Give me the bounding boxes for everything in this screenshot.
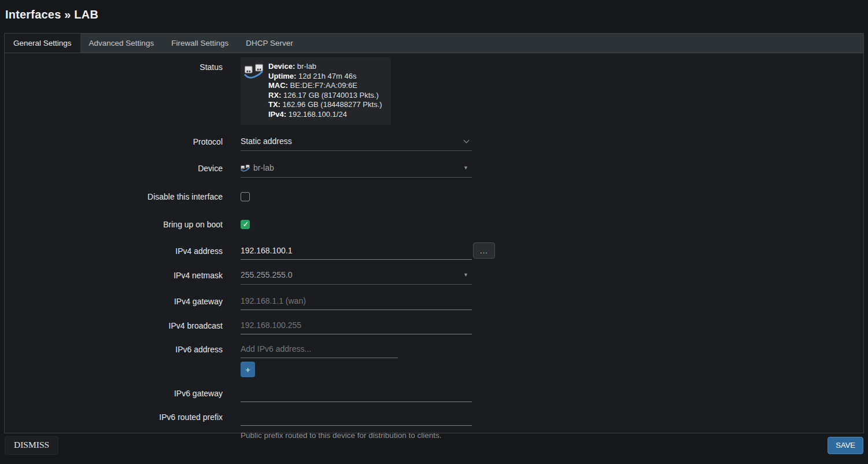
tab-advanced-settings[interactable]: Advanced Settings (80, 34, 163, 53)
status-label: Status (5, 57, 223, 72)
tab-general-settings[interactable]: General Settings (5, 34, 80, 53)
status-line-rx: RX: 126.17 GB (81740013 Pkts.) (268, 91, 382, 101)
protocol-select[interactable]: Static address (241, 134, 472, 151)
tab-firewall-settings[interactable]: Firewall Settings (162, 34, 237, 53)
device-label: Device (5, 161, 223, 174)
interface-edit-dialog: General Settings Advanced Settings Firew… (4, 33, 864, 433)
ipv4-address-input[interactable] (241, 244, 472, 260)
ipv4-address-label: IPv4 address (5, 244, 223, 256)
ipv6-routed-prefix-label: IPv6 routed prefix (5, 410, 223, 422)
ipv6-routed-prefix-description: Public prefix routed to this device for … (241, 426, 472, 440)
ipv4-broadcast-label: IPv4 broadcast (5, 318, 223, 331)
dropdown-triangle-icon: ▼ (463, 165, 468, 171)
disable-interface-label: Disable this interface (5, 191, 223, 202)
status-line-mac: MAC: BE:DE:F7:AA:09:6E (268, 81, 382, 91)
ipv4-netmask-select[interactable]: 255.255.255.0 ▼ (241, 268, 472, 285)
dismiss-button[interactable]: DISMISS (5, 436, 58, 455)
status-line-device: Device: br-lab (268, 62, 382, 72)
ipv6-routed-prefix-input[interactable] (241, 410, 472, 426)
ipv6-address-input[interactable] (241, 342, 398, 358)
bridge-icon (241, 164, 250, 174)
status-line-tx: TX: 162.96 GB (184488277 Pkts.) (268, 100, 382, 110)
more-options-button[interactable]: ... (473, 242, 495, 259)
protocol-selected-value: Static address (241, 137, 464, 146)
tab-dhcp-server[interactable]: DHCP Server (237, 34, 302, 53)
ipv4-netmask-selected-value: 255.255.255.0 (241, 270, 463, 279)
chevron-down-icon (464, 138, 470, 143)
spacer (5, 358, 223, 360)
device-selected-value: br-lab (253, 163, 463, 172)
bring-up-on-boot-checkbox[interactable] (241, 220, 250, 229)
ipv6-address-label: IPv6 address (5, 342, 223, 355)
tab-bar: General Settings Advanced Settings Firew… (5, 34, 863, 53)
save-button[interactable]: SAVE (828, 437, 863, 454)
status-info: Device: br-lab Uptime: 12d 21h 47m 46s M… (268, 62, 382, 119)
ipv6-gateway-label: IPv6 gateway (5, 386, 223, 399)
device-select[interactable]: br-lab ▼ (241, 161, 472, 178)
ipv4-netmask-label: IPv4 netmask (5, 268, 223, 281)
protocol-label: Protocol (5, 134, 223, 147)
ipv6-gateway-input[interactable] (241, 386, 472, 402)
status-panel: Device: br-lab Uptime: 12d 21h 47m 46s M… (241, 57, 391, 125)
status-line-ipv4: IPv4: 192.168.100.1/24 (268, 110, 382, 120)
bring-up-on-boot-label: Bring up on boot (5, 219, 223, 230)
general-settings-form: Status Device: br-lab Uptime: 12d (5, 53, 863, 433)
page-title: Interfaces » LAB (0, 0, 868, 28)
ipv4-broadcast-input[interactable] (241, 318, 472, 334)
ipv4-gateway-label: IPv4 gateway (5, 294, 223, 307)
disable-interface-checkbox[interactable] (241, 192, 250, 201)
ipv4-gateway-input[interactable] (241, 294, 472, 310)
bridge-icon (243, 63, 265, 82)
status-line-uptime: Uptime: 12d 21h 47m 46s (268, 72, 382, 82)
dropdown-triangle-icon: ▼ (463, 272, 468, 278)
add-ipv6-address-button[interactable]: + (241, 362, 255, 377)
